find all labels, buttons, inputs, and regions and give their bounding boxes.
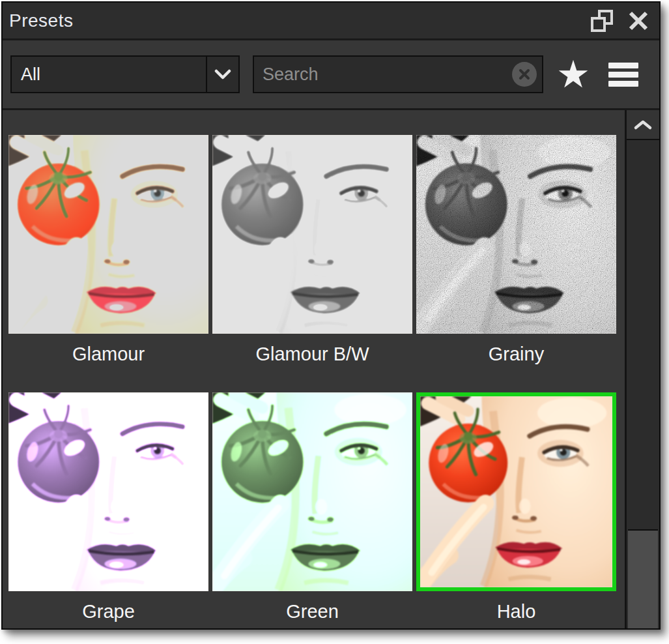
hamburger-menu-icon [608,81,638,87]
preset-item-grainy[interactable]: Grainy [416,135,616,374]
preset-item-grape[interactable]: Grape [8,392,208,628]
preset-label: Green [212,591,412,628]
float-panel-icon[interactable] [590,9,614,33]
search-input[interactable] [254,64,512,85]
preset-thumbnail [416,135,616,334]
presets-grid: Glamour Glamour B/W Grainy [8,135,616,628]
vertical-scrollbar [625,110,659,628]
preset-effect-layer [416,135,616,334]
presets-panel: Presets All [1,1,661,630]
close-button[interactable] [625,8,651,34]
preset-thumbnail [8,392,208,591]
clear-search-icon [519,68,530,80]
menu-button[interactable] [608,63,638,87]
close-icon [627,9,650,33]
preset-thumbnail-image [212,135,412,334]
scrollbar-track[interactable] [627,141,659,628]
preset-item-glamour[interactable]: Glamour [8,135,208,374]
preset-effect-layer [212,392,412,591]
presets-content: Glamour Glamour B/W Grainy [3,110,659,628]
panel-title: Presets [9,10,578,31]
preset-effect-layer [420,396,612,587]
float-panel-icon-front [591,17,606,32]
favorites-star-button[interactable]: ★ [556,55,590,93]
scrollbar-thumb[interactable] [628,529,658,628]
preset-thumbnail-selected [416,392,616,591]
presets-toolbar: All ★ [3,40,659,110]
preset-label: Grape [8,591,208,628]
panel-titlebar: Presets [3,3,659,40]
preset-thumbnail-image [8,392,208,591]
preset-thumbnail [212,135,412,334]
scroll-up-button[interactable] [627,110,659,140]
preset-label: Halo [416,591,616,628]
preset-effect-layer [212,135,412,334]
preset-item-glamour-bw[interactable]: Glamour B/W [212,135,412,374]
preset-label: Glamour B/W [212,334,412,374]
search-box [253,55,543,93]
preset-effect-layer [8,135,208,334]
dropdown-arrow-button[interactable] [207,69,238,80]
category-dropdown[interactable]: All [10,55,240,93]
chevron-down-icon [214,69,232,80]
preset-label: Grainy [416,334,616,374]
category-dropdown-value: All [12,65,206,85]
hamburger-menu-icon [608,72,638,78]
preset-thumbnail [8,135,208,334]
preset-label: Glamour [8,334,208,374]
hamburger-menu-icon [608,63,638,68]
preset-thumbnail [212,392,412,591]
clear-search-button[interactable] [512,62,537,87]
preset-thumbnail-image [420,396,612,587]
preset-thumbnail-image [212,392,412,591]
preset-item-halo[interactable]: Halo [416,392,616,628]
preset-item-green[interactable]: Green [212,392,412,628]
preset-effect-layer [8,392,208,591]
star-icon: ★ [556,53,590,95]
chevron-up-icon [633,119,653,130]
preset-thumbnail-image [8,135,208,334]
grain-texture-overlay [416,135,616,334]
